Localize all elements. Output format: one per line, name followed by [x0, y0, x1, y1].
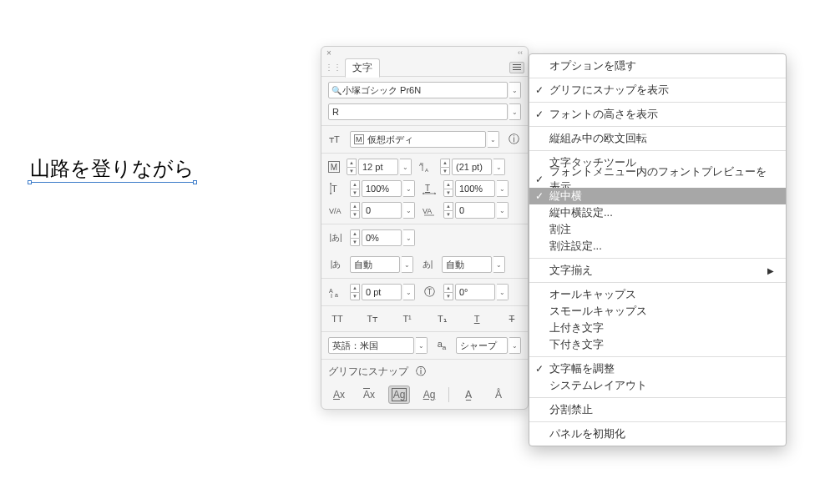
menu-item[interactable]: 分割禁止 [529, 401, 786, 418]
selection-handle-left[interactable] [28, 180, 32, 184]
menu-separator [529, 421, 786, 422]
horizontal-scale-input[interactable]: 100% [455, 180, 495, 197]
language-dropdown-icon[interactable]: ⌄ [416, 337, 428, 354]
snap-anchor-toggle[interactable]: Å [488, 386, 509, 404]
all-caps-toggle[interactable]: TT [328, 311, 347, 326]
menu-item[interactable]: 割注設定... [529, 238, 786, 255]
menu-item[interactable]: 割注 [529, 221, 786, 238]
em-box-dropdown-icon[interactable]: ⌄ [488, 131, 499, 148]
superscript-toggle[interactable]: T¹ [398, 311, 417, 326]
font-size-input[interactable]: 12 pt [358, 159, 398, 175]
aki-left-dropdown-icon[interactable]: ⌄ [402, 256, 413, 273]
kerning-stepper[interactable]: ▲▼ [350, 202, 360, 219]
menu-item[interactable]: 下付き文字 [529, 336, 786, 353]
tracking-input[interactable]: 0 [455, 202, 495, 219]
grip-icon[interactable]: ⋮⋮ [325, 63, 342, 72]
baseline-stepper[interactable]: ▲▼ [350, 284, 360, 300]
horizontal-scale-icon: T [422, 183, 437, 194]
font-size-dropdown-icon[interactable]: ⌄ [400, 159, 412, 175]
font-style-input[interactable]: R [328, 103, 508, 120]
baseline-dropdown-icon[interactable]: ⌄ [403, 284, 415, 300]
selection-handle-right[interactable] [193, 180, 197, 184]
menu-item[interactable]: 縦中横設定... [529, 204, 786, 221]
menu-item-label: 縦中横 [549, 189, 582, 204]
menu-item[interactable]: ✓フォントメニュー内のフォントプレビューを表示 [529, 171, 786, 188]
canvas-selected-text[interactable]: 山路を登りながら [30, 155, 195, 182]
snap-xheight-toggle[interactable]: Ax [358, 386, 380, 404]
close-icon[interactable]: × [326, 48, 331, 58]
collapse-icon[interactable]: ‹‹ [518, 48, 523, 57]
aki-right-dropdown-icon[interactable]: ⌄ [493, 256, 505, 273]
menu-separator [529, 126, 786, 127]
hscale-stepper[interactable]: ▲▼ [443, 180, 453, 197]
aki-right-icon: あ| [420, 259, 435, 270]
baseline-shift-icon: Aa [328, 286, 343, 298]
vertical-scale-input[interactable]: 100% [362, 180, 402, 197]
tracking-stepper[interactable]: ▲▼ [443, 202, 453, 219]
svg-text:A: A [329, 288, 333, 294]
menu-item[interactable]: スモールキャップス [529, 303, 786, 320]
size-stepper[interactable]: ▲▼ [347, 159, 357, 175]
menu-item[interactable]: ✓文字幅を調整 [529, 360, 786, 377]
underline-toggle[interactable]: T [468, 311, 486, 326]
language-select[interactable]: 英語：米国 [328, 337, 414, 354]
tab-character[interactable]: 文字 [345, 58, 380, 78]
antialias-dropdown-icon[interactable]: ⌄ [509, 337, 521, 354]
tracking-dropdown-icon[interactable]: ⌄ [497, 202, 509, 219]
hscale-dropdown-icon[interactable]: ⌄ [497, 180, 509, 197]
leading-icon: AA [418, 161, 433, 173]
leading-dropdown-icon[interactable]: ⌄ [493, 159, 505, 175]
menu-separator [529, 282, 786, 283]
aki-left-select[interactable]: 自動 [350, 256, 400, 273]
menu-item[interactable]: パネルを初期化 [529, 426, 786, 442]
leading-stepper[interactable]: ▲▼ [440, 159, 450, 175]
separator [448, 387, 449, 402]
baseline-shift-input[interactable]: 0 pt [362, 284, 402, 300]
panel-chrome: × ‹‹ [321, 47, 528, 58]
font-family-input[interactable]: 小塚ゴシック Pr6N [328, 82, 508, 98]
antialias-select[interactable]: シャープ [456, 337, 508, 354]
rotation-input[interactable]: 0° [455, 284, 495, 300]
kerning-input[interactable]: 0 [362, 202, 402, 219]
snap-glyph-bounds-toggle[interactable]: Ag [388, 386, 410, 404]
aki-right-select[interactable]: 自動 [442, 256, 492, 273]
rotation-stepper[interactable]: ▲▼ [443, 284, 453, 300]
menu-item[interactable]: 文字揃え▶ [529, 262, 786, 279]
small-caps-toggle[interactable]: Tᴛ [363, 311, 382, 326]
strikethrough-toggle[interactable]: T [503, 311, 521, 326]
vscale-stepper[interactable]: ▲▼ [350, 180, 360, 197]
font-style-dropdown-icon[interactable]: ⌄ [509, 103, 521, 120]
rotation-dropdown-icon[interactable]: ⌄ [497, 284, 509, 300]
snap-section: グリフにスナップ ⓘ [321, 360, 528, 381]
menu-item-label: スモールキャップス [549, 304, 647, 319]
menu-item[interactable]: ✓フォントの高さを表示 [529, 106, 786, 123]
check-icon: ✓ [535, 363, 544, 375]
em-box-select[interactable]: M仮想ボディ [350, 131, 486, 148]
menu-item-label: 分割禁止 [549, 402, 593, 417]
menu-item-label: 上付き文字 [549, 320, 604, 335]
kerning-dropdown-icon[interactable]: ⌄ [403, 202, 415, 219]
snap-baseline-toggle[interactable]: Ax [328, 386, 350, 404]
tsume-stepper[interactable]: ▲▼ [350, 229, 360, 246]
tsume-dropdown-icon[interactable]: ⌄ [403, 229, 415, 246]
menu-item[interactable]: ✓グリフにスナップを表示 [529, 82, 786, 98]
menu-item[interactable]: システムレイアウト [529, 377, 786, 394]
snap-info-icon[interactable]: ⓘ [416, 365, 426, 377]
menu-item[interactable]: オールキャップス [529, 286, 786, 303]
menu-item[interactable]: 縦組み中の欧文回転 [529, 130, 786, 147]
vscale-dropdown-icon[interactable]: ⌄ [403, 180, 415, 197]
menu-item[interactable]: 上付き文字 [529, 320, 786, 336]
tsume-input[interactable]: 0% [362, 229, 402, 246]
snap-em-toggle[interactable]: Ag [418, 386, 440, 404]
leading-input[interactable]: (21 pt) [452, 159, 492, 175]
antialias-icon: aa [434, 339, 449, 351]
menu-item[interactable]: オプションを隠す [529, 58, 786, 74]
panel-menu-icon[interactable] [509, 62, 524, 73]
subscript-toggle[interactable]: T₁ [433, 311, 451, 326]
search-icon: 🔍 [331, 86, 342, 95]
font-family-dropdown-icon[interactable]: ⌄ [509, 82, 521, 98]
menu-item[interactable]: ✓縦中横 [529, 188, 786, 204]
info-icon[interactable]: ⓘ [506, 132, 521, 147]
menu-separator [529, 356, 786, 357]
snap-angular-toggle[interactable]: A̲ [458, 386, 479, 404]
